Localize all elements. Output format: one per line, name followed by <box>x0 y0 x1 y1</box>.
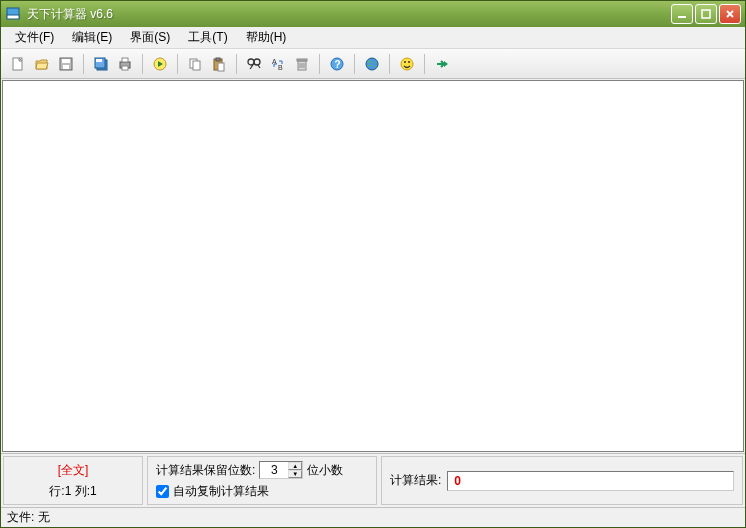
autocopy-label: 自动复制计算结果 <box>173 483 269 500</box>
svg-point-29 <box>401 58 413 70</box>
svg-text:B: B <box>278 64 283 71</box>
svg-rect-19 <box>218 63 224 71</box>
svg-point-20 <box>248 59 254 65</box>
app-icon <box>5 6 21 22</box>
svg-point-21 <box>254 59 260 65</box>
run-icon[interactable] <box>149 53 171 75</box>
copy-icon[interactable] <box>184 53 206 75</box>
decimal-suffix: 位小数 <box>307 462 343 479</box>
svg-rect-13 <box>122 66 128 70</box>
svg-text:?: ? <box>335 59 341 70</box>
spinner-down-icon[interactable]: ▼ <box>288 470 302 478</box>
toolbar-separator <box>354 54 355 74</box>
svg-rect-10 <box>96 59 102 62</box>
save-all-icon[interactable] <box>90 53 112 75</box>
minimize-button[interactable] <box>671 4 693 24</box>
menu-edit[interactable]: 编辑(E) <box>64 27 120 48</box>
spinner-up-icon[interactable]: ▲ <box>288 462 302 470</box>
toolbar-separator <box>177 54 178 74</box>
print-icon[interactable] <box>114 53 136 75</box>
position-panel: [全文] 行:1 列:1 <box>3 456 143 505</box>
menu-file[interactable]: 文件(F) <box>7 27 62 48</box>
result-panel: 计算结果: <box>381 456 743 505</box>
toolbar-separator <box>142 54 143 74</box>
svg-rect-16 <box>193 61 200 70</box>
new-file-icon[interactable] <box>7 53 29 75</box>
svg-rect-25 <box>297 59 307 61</box>
svg-rect-3 <box>702 10 710 18</box>
find-icon[interactable] <box>243 53 265 75</box>
close-button[interactable] <box>719 4 741 24</box>
toolbar-separator <box>389 54 390 74</box>
menu-view[interactable]: 界面(S) <box>122 27 178 48</box>
svg-point-30 <box>404 61 406 63</box>
statusbar: 文件: 无 <box>1 507 745 527</box>
svg-rect-1 <box>7 15 19 19</box>
toolbar-separator <box>424 54 425 74</box>
help-icon[interactable]: ? <box>326 53 348 75</box>
decimal-input[interactable] <box>260 462 288 478</box>
svg-point-31 <box>408 61 410 63</box>
open-file-icon[interactable] <box>31 53 53 75</box>
cursor-position: 行:1 列:1 <box>49 483 96 500</box>
save-icon[interactable] <box>55 53 77 75</box>
forward-icon[interactable] <box>431 53 453 75</box>
svg-rect-12 <box>122 58 128 62</box>
svg-rect-6 <box>62 59 70 63</box>
replace-icon[interactable]: AB <box>267 53 289 75</box>
decimal-label: 计算结果保留位数: <box>156 462 255 479</box>
window-title: 天下计算器 v6.6 <box>27 6 671 23</box>
menubar: 文件(F) 编辑(E) 界面(S) 工具(T) 帮助(H) <box>1 27 745 49</box>
app-window: 天下计算器 v6.6 文件(F) 编辑(E) 界面(S) 工具(T) 帮助(H) <box>0 0 746 528</box>
autocopy-checkbox[interactable] <box>156 485 169 498</box>
paste-icon[interactable] <box>208 53 230 75</box>
toolbar-separator <box>319 54 320 74</box>
result-input[interactable] <box>447 471 734 491</box>
delete-icon[interactable] <box>291 53 313 75</box>
toolbar-separator <box>236 54 237 74</box>
maximize-button[interactable] <box>695 4 717 24</box>
decimal-panel: 计算结果保留位数: ▲ ▼ 位小数 自动复制计算结果 <box>147 456 377 505</box>
result-label: 计算结果: <box>390 472 441 489</box>
status-file: 文件: 无 <box>7 509 50 526</box>
web-icon[interactable] <box>361 53 383 75</box>
smiley-icon[interactable] <box>396 53 418 75</box>
menu-tools[interactable]: 工具(T) <box>180 27 235 48</box>
decimal-row: 计算结果保留位数: ▲ ▼ 位小数 <box>156 461 368 479</box>
fulltext-label: [全文] <box>58 462 89 479</box>
svg-rect-7 <box>63 65 69 69</box>
toolbar: AB ? <box>1 49 745 79</box>
svg-rect-18 <box>216 58 220 61</box>
window-controls <box>671 4 741 24</box>
editor-textarea[interactable] <box>2 80 744 452</box>
titlebar: 天下计算器 v6.6 <box>1 1 745 27</box>
bottom-panel: [全文] 行:1 列:1 计算结果保留位数: ▲ ▼ 位小数 自动复制计算结果 <box>1 453 745 507</box>
decimal-spinner: ▲ ▼ <box>259 461 303 479</box>
svg-point-28 <box>366 58 378 70</box>
menu-help[interactable]: 帮助(H) <box>238 27 295 48</box>
toolbar-separator <box>83 54 84 74</box>
autocopy-row: 自动复制计算结果 <box>156 483 368 500</box>
svg-rect-2 <box>678 16 686 18</box>
